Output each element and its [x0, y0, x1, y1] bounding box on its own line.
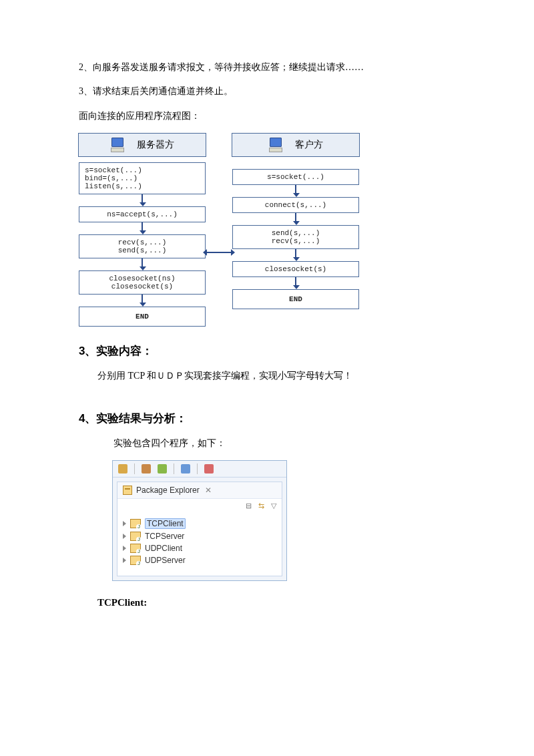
ide-toolbar	[113, 461, 286, 478]
package-explorer-tab[interactable]: Package Explorer ✕	[117, 482, 282, 499]
collapse-all-icon[interactable]: ⊟	[246, 502, 252, 510]
computer-icon	[268, 138, 283, 152]
flowchart-diagram: 服务器方 s=socket(...) bind=(s,...) listen(s…	[79, 133, 359, 327]
project-label: TCPServer	[145, 532, 184, 541]
server-box-2: ns=accept(s,...)	[79, 206, 206, 222]
paragraph-2: 2、向服务器发送服务请求报文，等待并接收应答；继续提出请求……	[79, 60, 467, 75]
java-project-icon	[130, 532, 141, 541]
document-page: 2、向服务器发送服务请求报文，等待并接收应答；继续提出请求…… 3、请求结束后关…	[0, 0, 534, 646]
client-column: 客户方 s=socket(...) connect(s,...) send(s,…	[232, 133, 359, 327]
expand-icon[interactable]	[123, 534, 126, 539]
paragraph-3: 3、请求结束后关闭通信通道并终止。	[79, 84, 467, 99]
toolbar-icon[interactable]	[158, 464, 167, 474]
tab-label: Package Explorer	[136, 486, 200, 495]
server-box-1: s=socket(...) bind=(s,...) listen(s,...)	[79, 162, 206, 194]
section-3-body: 分别用 TCP 和ＵＤＰ实现套接字编程，实现小写字母转大写！	[79, 369, 467, 383]
tcpclient-heading: TCPClient:	[79, 594, 467, 610]
separator-icon	[174, 463, 174, 474]
java-project-icon	[130, 544, 141, 553]
paragraph-flowchart-caption: 面向连接的应用程序流程图：	[79, 109, 467, 124]
tree-item[interactable]: UDPServer	[123, 554, 279, 566]
view-menu-icon[interactable]: ▽	[271, 502, 276, 510]
server-header: 服务器方	[78, 133, 206, 157]
computer-icon	[110, 138, 125, 152]
server-box-4: closesocket(ns) closesocket(s)	[79, 270, 206, 295]
ide-screenshot: Package Explorer ✕ ⊟ ⇆ ▽ TCPClient TCPSe…	[112, 460, 287, 581]
section-4-heading: 4、实验结果与分析：	[79, 411, 467, 426]
client-end: END	[232, 289, 359, 309]
toolbar-icon[interactable]	[181, 464, 190, 474]
panel-toolbar: ⊟ ⇆ ▽	[117, 499, 282, 513]
project-label: UDPClient	[145, 544, 182, 553]
expand-icon[interactable]	[123, 521, 126, 526]
package-explorer-panel: Package Explorer ✕ ⊟ ⇆ ▽ TCPClient TCPSe…	[117, 482, 282, 576]
separator-icon	[134, 463, 135, 474]
client-title: 客户方	[295, 139, 323, 151]
server-column: 服务器方 s=socket(...) bind=(s,...) listen(s…	[79, 133, 206, 327]
link-with-editor-icon[interactable]: ⇆	[258, 502, 264, 510]
client-box-3: send(s,...) recv(s,...)	[232, 225, 359, 249]
project-tree: TCPClient TCPServer UDPClient UDPServer	[117, 513, 282, 576]
project-label: TCPClient	[145, 518, 186, 529]
server-title: 服务器方	[137, 139, 174, 151]
client-box-4: closesocket(s)	[232, 261, 359, 277]
tree-item[interactable]: TCPClient	[123, 517, 279, 530]
client-box-1: s=socket(...)	[232, 169, 359, 185]
section-4-body: 实验包含四个程序，如下：	[79, 436, 467, 451]
toolbar-icon[interactable]	[204, 464, 214, 474]
server-end: END	[79, 307, 206, 327]
client-header: 客户方	[232, 133, 360, 157]
tree-item[interactable]: UDPClient	[123, 542, 279, 554]
java-project-icon	[130, 556, 141, 565]
java-project-icon	[130, 519, 141, 528]
client-box-2: connect(s,...)	[232, 197, 359, 213]
project-label: UDPServer	[145, 556, 186, 565]
toolbar-icon[interactable]	[142, 464, 151, 474]
expand-icon[interactable]	[123, 546, 126, 551]
server-box-3: recv(s,...) send(s,...)	[79, 234, 206, 258]
package-icon	[123, 486, 132, 495]
close-icon[interactable]: ✕	[205, 486, 212, 495]
section-3-heading: 3、实验内容：	[79, 343, 467, 359]
bidirectional-arrow-icon	[207, 252, 231, 253]
toolbar-icon[interactable]	[118, 464, 127, 474]
expand-icon[interactable]	[123, 558, 126, 563]
separator-icon	[197, 463, 198, 474]
tree-item[interactable]: TCPServer	[123, 530, 279, 542]
